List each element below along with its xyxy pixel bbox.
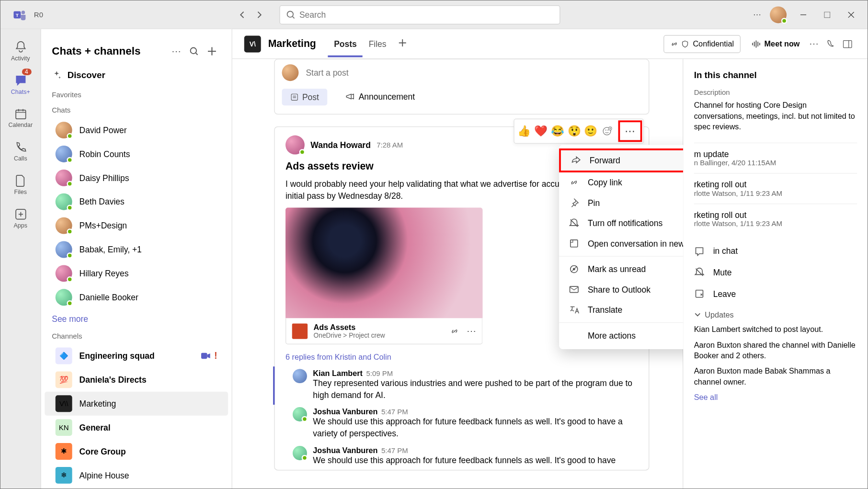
ctx-translate[interactable]: Translate [559,300,683,320]
chat-item[interactable]: Robin Counts [45,142,228,166]
ctx-mark-as-unread[interactable]: Mark as unread [559,256,683,280]
channel-item[interactable]: KN General [45,416,228,440]
post-image-attachment[interactable] [286,208,483,318]
nav-forward-button[interactable] [251,6,268,23]
ctx-icon [569,238,579,249]
channel-avatar: KN [56,419,72,436]
attachment-link-icon[interactable] [450,326,459,336]
channel-name-label: Engineering squad [80,351,201,361]
sidebar-search-icon[interactable] [185,42,203,60]
composer-input[interactable] [306,68,641,78]
attachment-name: Ads Assets [313,323,449,332]
more-options-button[interactable]: ⋯ [748,6,765,23]
window-minimize-button[interactable] [791,5,815,24]
rail-label: Calendar [8,122,33,128]
composer-post-button[interactable]: Post [282,89,327,106]
see-all-link[interactable]: See all [694,393,857,402]
search-input[interactable] [299,10,554,19]
chat-avatar [56,146,72,162]
chat-item[interactable]: David Power [45,118,228,142]
ctx-label: Copy link [588,178,622,187]
post-author-name: Wanda Howard [310,140,370,150]
pinned-post[interactable]: rketing roll out rlotte Watson, 1/11 9:2… [694,203,857,234]
rp-link-in-chat[interactable]: in chat [694,240,857,262]
meet-now-button[interactable]: Meet now [745,35,806,53]
ctx-turn-off-notifications[interactable]: Turn off notifications [559,213,683,233]
reply-author: Joshua Vanburen [313,446,377,455]
message-more-button[interactable]: ⋯ [618,121,642,142]
chat-item[interactable]: Hillary Reyes [45,262,228,285]
posts-feed: Post Announcement 👍❤️😂😲🙂 [232,59,683,489]
chat-item[interactable]: PMs+Design [45,214,228,238]
rail-chats[interactable]: 4Chats+ [2,68,38,101]
add-reaction-icon[interactable] [599,123,616,140]
channel-item[interactable]: ✱ Core Group [45,440,228,464]
window-close-button[interactable] [839,5,863,24]
channel-item[interactable]: 💯 Daniela's Directs [45,368,228,392]
rail-calendar[interactable]: Calendar [2,101,38,134]
rail-apps[interactable]: Apps [2,201,38,235]
channel-more-icon[interactable]: ⋯ [806,35,822,52]
pinned-post[interactable]: rketing roll out rlotte Watson, 1/11 9:2… [694,173,857,204]
sidebar-new-icon[interactable] [203,42,221,60]
powerpoint-icon [292,323,308,339]
discover-link[interactable]: Discover [41,65,232,87]
chat-item[interactable]: Danielle Booker [45,285,228,309]
reaction-emoji[interactable]: 😲 [566,123,582,140]
channel-item[interactable]: V\\ Marketing [45,392,228,416]
pinned-post[interactable]: m update n Ballinger, 4/20 11:15AM [694,142,857,173]
ctx-share-to-outlook[interactable]: Share to Outlook [559,279,683,299]
user-avatar[interactable] [770,6,787,23]
chat-name: Robin Counts [80,149,217,159]
ctx-more-actions[interactable]: More actions [559,322,683,346]
confidential-pill[interactable]: Confidential [663,35,740,53]
updates-expand[interactable]: Updates [694,310,857,319]
ctx-forward[interactable]: Forward [559,148,683,172]
tab-add[interactable] [392,30,412,57]
reaction-emoji[interactable]: 👍 [515,123,532,140]
sidebar-title: Chats + channels [52,45,167,57]
copilot-icon[interactable] [822,35,839,52]
rp-link-mute[interactable]: Mute [694,261,857,283]
chat-avatar [56,217,72,234]
ctx-label: Forward [590,156,620,165]
chat-item[interactable]: Daisy Phillips [45,166,228,190]
reaction-emoji[interactable]: 🙂 [582,123,599,140]
tab-posts[interactable]: Posts [328,31,363,57]
see-more-link[interactable]: See more [41,309,232,329]
rail-files[interactable]: Files [2,168,38,201]
rail-activity[interactable]: Activity [2,34,38,68]
ctx-pin[interactable]: Pin [559,193,683,213]
rail-label: Chats+ [11,88,30,95]
channel-item[interactable]: 🔷 Engineering squad! [45,344,228,368]
channel-item[interactable]: ❄ Alpine House [45,463,228,487]
panel-toggle-icon[interactable] [839,35,856,52]
chat-item[interactable]: Babak, Emily, +1 [45,238,228,262]
reply-time: 5:47 PM [381,446,408,455]
chat-avatar [56,193,72,210]
rp-link-leave[interactable]: Leave [694,283,857,304]
search-box[interactable] [280,5,560,24]
chat-avatar [56,241,72,258]
reaction-emoji[interactable]: ❤️ [532,123,549,140]
post-file-attachment[interactable]: Ads Assets OneDrive > Project crew ⋯ [286,318,483,345]
sidebar-more-icon[interactable]: ⋯ [167,42,185,60]
channel-item[interactable]: ✱ General [45,487,228,489]
reply-avatar [293,369,307,384]
ctx-open-conversation-in-new-window[interactable]: Open conversation in new window [559,233,683,253]
chat-name: PMs+Design [80,221,217,230]
reaction-emoji[interactable]: 😂 [549,123,566,140]
chat-item[interactable]: Beth Davies [45,190,228,214]
nav-back-button[interactable] [234,6,251,23]
attachment-more-icon[interactable]: ⋯ [467,326,476,337]
rp-link-icon [694,245,705,256]
chat-name: David Power [80,125,217,135]
ctx-copy-link[interactable]: Copy link [559,172,683,193]
composer-announcement-button[interactable]: Announcement [337,88,423,105]
window-maximize-button[interactable] [815,5,839,24]
rail-calls[interactable]: Calls [2,134,38,168]
chat-avatar [56,265,72,282]
channel-avatar: ✱ [56,443,72,460]
svg-rect-8 [201,353,207,359]
tab-files[interactable]: Files [363,31,392,57]
